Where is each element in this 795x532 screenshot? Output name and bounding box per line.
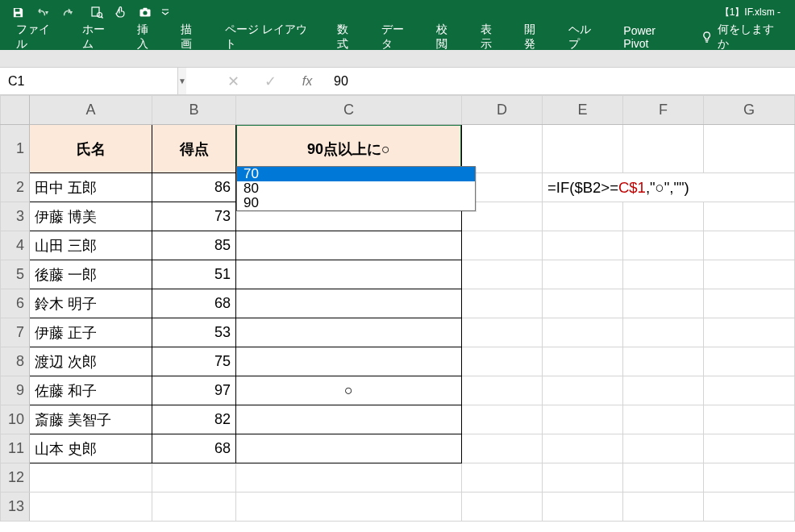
row-header-7[interactable]: 7 [1,318,30,347]
col-header-C[interactable]: C [236,96,462,125]
cell-G9[interactable] [704,376,795,405]
row-header-2[interactable]: 2 [1,173,30,202]
row-header-3[interactable]: 3 [1,202,30,231]
cell-E10[interactable] [543,405,623,434]
col-header-E[interactable]: E [543,96,623,125]
cell-C12[interactable] [236,463,462,493]
cell-E3[interactable] [543,202,623,231]
cell-F12[interactable] [623,463,704,493]
cell-D9[interactable] [462,376,543,405]
cell-F10[interactable] [623,405,704,434]
cell-E8[interactable] [543,347,623,376]
cell-A4[interactable]: 山田 三郎 [30,231,152,260]
cell-C9[interactable]: ○ [236,376,462,405]
row-header-5[interactable]: 5 [1,260,30,289]
cell-B11[interactable]: 68 [152,434,236,463]
dropdown-option-90[interactable]: 90 [237,196,475,210]
cell-G12[interactable] [704,463,795,493]
cell-C10[interactable] [236,405,462,434]
cell-C4[interactable] [236,231,462,260]
select-all-corner[interactable] [1,96,30,125]
cell-E5[interactable] [543,260,623,289]
cell-F3[interactable] [623,202,704,231]
cell-A5[interactable]: 後藤 一郎 [30,260,152,289]
cell-B5[interactable]: 51 [152,260,236,289]
row-header-6[interactable]: 6 [1,289,30,318]
cell-B1[interactable]: 得点 [152,125,236,173]
tab-draw[interactable]: 描画 [169,16,214,58]
cell-A8[interactable]: 渡辺 次郎 [30,347,152,376]
row-header-4[interactable]: 4 [1,231,30,260]
cell-A2[interactable]: 田中 五郎 [30,173,152,202]
cell-F4[interactable] [623,231,704,260]
row-header-13[interactable]: 13 [1,493,30,522]
cell-D7[interactable] [462,318,543,347]
cell-C8[interactable] [236,347,462,376]
cell-C13[interactable] [236,493,462,522]
tab-file[interactable]: ファイル [5,16,71,58]
cell-F6[interactable] [623,289,704,318]
tab-developer[interactable]: 開発 [513,16,557,58]
row-header-9[interactable]: 9 [1,376,30,405]
dropdown-option-80[interactable]: 80 [237,181,475,196]
row-header-8[interactable]: 8 [1,347,30,376]
row-header-10[interactable]: 10 [1,405,30,434]
tab-home[interactable]: ホーム [71,16,126,58]
cell-F5[interactable] [623,260,704,289]
col-header-A[interactable]: A [30,96,152,125]
cell-A6[interactable]: 鈴木 明子 [30,289,152,318]
cell-B13[interactable] [152,493,236,522]
cell-B7[interactable]: 53 [152,318,236,347]
cell-A7[interactable]: 伊藤 正子 [30,318,152,347]
cell-G8[interactable] [704,347,795,376]
cell-B4[interactable]: 85 [152,231,236,260]
cell-F9[interactable] [623,376,704,405]
tab-formulas[interactable]: 数式 [326,16,370,58]
cell-G13[interactable] [704,493,795,522]
cell-G6[interactable] [704,289,795,318]
cell-A3[interactable]: 伊藤 博美 [30,202,152,231]
formula-bar-input[interactable] [326,68,795,94]
cell-D11[interactable] [462,434,543,463]
cell-D5[interactable] [462,260,543,289]
tab-insert[interactable]: 挿入 [126,16,170,58]
cell-E2[interactable]: =IF($B2>=C$1,"○","") [543,173,795,202]
tab-review[interactable]: 校閲 [425,16,469,58]
col-header-B[interactable]: B [152,96,236,125]
cell-A1[interactable]: 氏名 [30,125,152,173]
insert-function-button[interactable]: fx [289,68,326,94]
cell-E6[interactable] [543,289,623,318]
tab-page-layout[interactable]: ページ レイアウト [214,16,326,58]
row-header-12[interactable]: 12 [1,463,30,493]
cell-B12[interactable] [152,463,236,493]
cell-A12[interactable] [30,463,152,493]
cancel-formula-button[interactable]: ✕ [214,68,252,94]
cell-E9[interactable] [543,376,623,405]
cell-B8[interactable]: 75 [152,347,236,376]
cell-G7[interactable] [704,318,795,347]
tell-me-search[interactable]: 何をしますか [693,18,790,56]
tab-view[interactable]: 表示 [469,16,514,58]
cell-B9[interactable]: 97 [152,376,236,405]
cell-A10[interactable]: 斎藤 美智子 [30,405,152,434]
cell-F1[interactable] [623,125,704,173]
cell-F8[interactable] [623,347,704,376]
cell-G5[interactable] [704,260,795,289]
cell-C7[interactable] [236,318,462,347]
cell-F13[interactable] [623,493,704,522]
row-header-1[interactable]: 1 [1,125,30,173]
cell-D4[interactable] [462,231,543,260]
cell-D13[interactable] [462,493,543,522]
tab-help[interactable]: ヘルプ [557,16,612,58]
cell-G4[interactable] [704,231,795,260]
cell-D12[interactable] [462,463,543,493]
cell-D10[interactable] [462,405,543,434]
cell-A11[interactable]: 山本 史郎 [30,434,152,463]
worksheet-grid[interactable]: A B C D E F G 1 氏名 得点 90点以上に○ ▼ 2田中 五郎86… [0,95,795,532]
cell-F11[interactable] [623,434,704,463]
cell-D6[interactable] [462,289,543,318]
cell-B6[interactable]: 68 [152,289,236,318]
cell-E12[interactable] [543,463,623,493]
cell-E11[interactable] [543,434,623,463]
cell-C5[interactable] [236,260,462,289]
